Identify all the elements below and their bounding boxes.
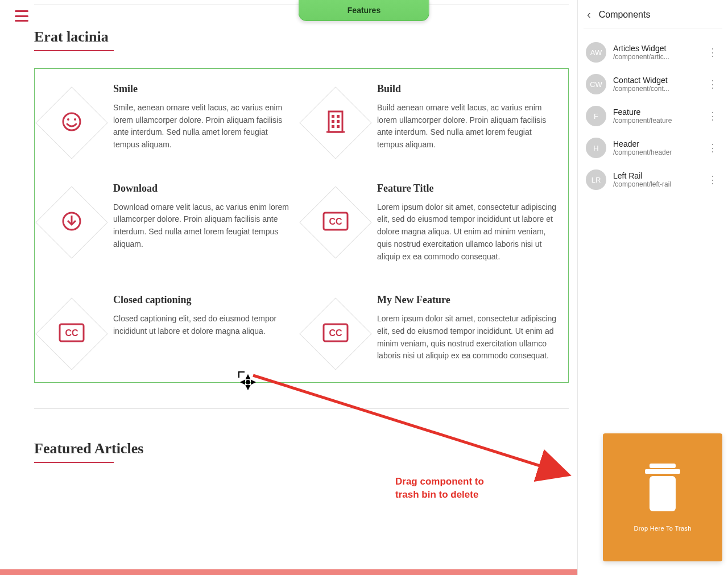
component-item[interactable]: H Header /component/header ⋮ bbox=[584, 132, 722, 164]
component-item[interactable]: CW Contact Widget /component/cont... ⋮ bbox=[584, 68, 722, 100]
component-path: /component/header bbox=[613, 148, 698, 156]
featured-articles-title: Featured Articles bbox=[34, 440, 569, 457]
component-path: /component/left-rail bbox=[613, 180, 698, 188]
section-separator bbox=[34, 408, 569, 409]
feature-item[interactable]: Build Build aenean ornare velit lacus, a… bbox=[310, 83, 557, 151]
sidebar-header: ‹ Components bbox=[584, 7, 722, 28]
component-path: /component/artic... bbox=[613, 53, 698, 61]
component-path: /component/feature bbox=[613, 117, 698, 125]
feature-body: Download ornare velit lacus, ac varius e… bbox=[113, 201, 293, 251]
feature-icon-frame bbox=[35, 186, 107, 258]
component-name: Articles Widget bbox=[613, 44, 698, 53]
cc-icon: CC bbox=[322, 212, 349, 233]
smile-icon bbox=[60, 110, 83, 135]
cc-icon: CC bbox=[59, 323, 85, 345]
feature-item[interactable]: Download Download ornare velit lacus, ac… bbox=[46, 183, 293, 263]
feature-item[interactable]: CC Feature Title Lorem ipsum dolor sit a… bbox=[310, 183, 557, 263]
svg-rect-6 bbox=[332, 120, 334, 123]
feature-title: Feature Title bbox=[377, 183, 557, 195]
feature-text: Feature Title Lorem ipsum dolor sit amet… bbox=[377, 183, 557, 263]
sidebar-title: Components bbox=[599, 10, 651, 20]
kebab-icon[interactable]: ⋮ bbox=[705, 110, 720, 122]
feature-title: Closed captioning bbox=[113, 294, 293, 306]
feature-text: My New Feature Lorem ipsum dolor sit ame… bbox=[377, 294, 557, 362]
svg-rect-8 bbox=[332, 125, 334, 128]
section-pill[interactable]: Features bbox=[299, 0, 429, 21]
component-name: Feature bbox=[613, 107, 698, 117]
svg-rect-25 bbox=[650, 464, 676, 468]
feature-title: My New Feature bbox=[377, 294, 557, 306]
feature-text: Build Build aenean ornare velit lacus, a… bbox=[377, 83, 557, 151]
component-labels: Articles Widget /component/artic... bbox=[613, 44, 698, 61]
feature-text: Download Download ornare velit lacus, ac… bbox=[113, 183, 293, 251]
svg-rect-3 bbox=[329, 111, 342, 132]
component-avatar: CW bbox=[586, 74, 606, 94]
svg-rect-9 bbox=[337, 125, 340, 128]
component-labels: Header /component/header bbox=[613, 139, 698, 156]
features-dropzone[interactable]: Smile Smile, aenean ornare velit lacus, … bbox=[34, 68, 569, 383]
placeholder-text bbox=[34, 480, 569, 490]
svg-point-2 bbox=[74, 118, 76, 121]
kebab-icon[interactable]: ⋮ bbox=[705, 174, 720, 185]
feature-icon-frame: CC bbox=[299, 298, 371, 370]
download-icon bbox=[60, 210, 83, 235]
title-underline bbox=[34, 462, 114, 463]
trash-label: Drop Here To Trash bbox=[634, 525, 691, 532]
feature-body: Lorem ipsum dolor sit amet, consectetur … bbox=[377, 313, 557, 362]
svg-text:CC: CC bbox=[329, 217, 342, 226]
feature-body: Smile, aenean ornare velit lacus, ac var… bbox=[113, 102, 293, 151]
back-chevron-icon[interactable]: ‹ bbox=[587, 8, 591, 21]
feature-text: Closed captioning Closed captioning elit… bbox=[113, 294, 293, 337]
component-name: Left Rail bbox=[613, 171, 698, 180]
main-canvas: Erat lacinia Smile Smile, aenean ornare … bbox=[34, 28, 569, 490]
feature-title: Download bbox=[113, 183, 293, 195]
trash-icon bbox=[640, 464, 685, 515]
feature-icon-frame: CC bbox=[299, 186, 371, 258]
svg-rect-7 bbox=[337, 120, 340, 123]
component-path: /component/cont... bbox=[613, 85, 698, 93]
svg-text:CC: CC bbox=[329, 328, 342, 338]
svg-text:CC: CC bbox=[65, 328, 78, 338]
feature-item[interactable]: CC Closed captioning Closed captioning e… bbox=[46, 294, 293, 362]
feature-icon-frame bbox=[299, 86, 371, 159]
component-avatar: AW bbox=[586, 42, 606, 63]
component-name: Header bbox=[613, 139, 698, 148]
kebab-icon[interactable]: ⋮ bbox=[705, 142, 720, 154]
kebab-icon[interactable]: ⋮ bbox=[705, 47, 720, 58]
feature-text: Smile Smile, aenean ornare velit lacus, … bbox=[113, 83, 293, 151]
component-labels: Feature /component/feature bbox=[613, 107, 698, 125]
feature-body: Lorem ipsum dolor sit amet, consectetur … bbox=[377, 201, 557, 263]
feature-body: Closed captioning elit, sed do eiusmod t… bbox=[113, 313, 293, 337]
svg-rect-26 bbox=[645, 469, 680, 474]
kebab-icon[interactable]: ⋮ bbox=[705, 78, 720, 90]
component-avatar: LR bbox=[586, 169, 606, 190]
component-name: Contact Widget bbox=[613, 76, 698, 85]
svg-point-1 bbox=[67, 118, 69, 121]
feature-body: Build aenean ornare velit lacus, ac vari… bbox=[377, 102, 557, 151]
component-item[interactable]: AW Articles Widget /component/artic... ⋮ bbox=[584, 36, 722, 68]
feature-item[interactable]: Smile Smile, aenean ornare velit lacus, … bbox=[46, 83, 293, 151]
component-list: AW Articles Widget /component/artic... ⋮… bbox=[584, 28, 722, 196]
section-title: Erat lacinia bbox=[34, 28, 569, 45]
component-item[interactable]: LR Left Rail /component/left-rail ⋮ bbox=[584, 164, 722, 196]
hamburger-menu-icon[interactable] bbox=[15, 10, 28, 22]
feature-title: Build bbox=[377, 83, 557, 95]
component-item[interactable]: F Feature /component/feature ⋮ bbox=[584, 100, 722, 132]
svg-rect-5 bbox=[337, 115, 340, 118]
feature-title: Smile bbox=[113, 83, 293, 95]
svg-point-0 bbox=[63, 113, 80, 130]
svg-rect-27 bbox=[650, 476, 676, 511]
feature-icon-frame bbox=[35, 86, 107, 159]
component-avatar: F bbox=[586, 106, 606, 126]
component-labels: Left Rail /component/left-rail bbox=[613, 171, 698, 188]
title-underline bbox=[34, 50, 114, 51]
building-icon bbox=[324, 109, 347, 136]
annotation-text: Drag component to trash bin to delete bbox=[395, 475, 484, 502]
component-labels: Contact Widget /component/cont... bbox=[613, 76, 698, 93]
trash-dropzone[interactable]: Drop Here To Trash bbox=[603, 433, 722, 561]
svg-rect-4 bbox=[332, 115, 334, 118]
feature-icon-frame: CC bbox=[35, 298, 107, 370]
feature-item[interactable]: CC My New Feature Lorem ipsum dolor sit … bbox=[310, 294, 557, 362]
cc-icon: CC bbox=[322, 323, 349, 345]
bottom-band bbox=[0, 569, 577, 575]
